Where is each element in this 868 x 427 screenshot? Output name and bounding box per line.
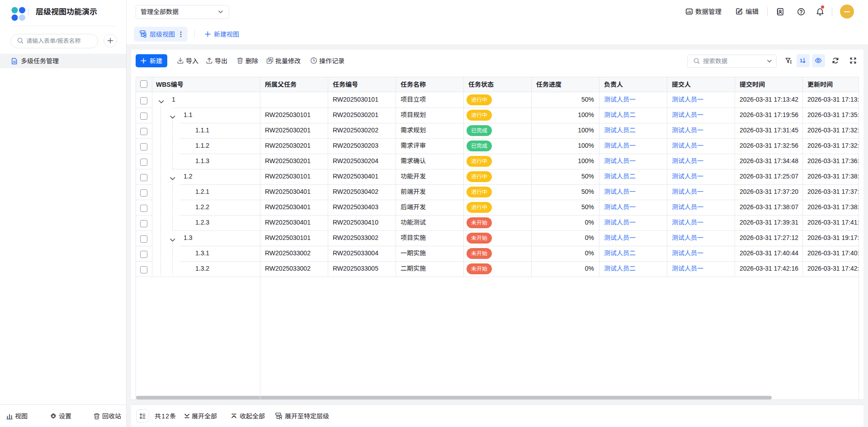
- svg-text:1: 1: [800, 58, 802, 63]
